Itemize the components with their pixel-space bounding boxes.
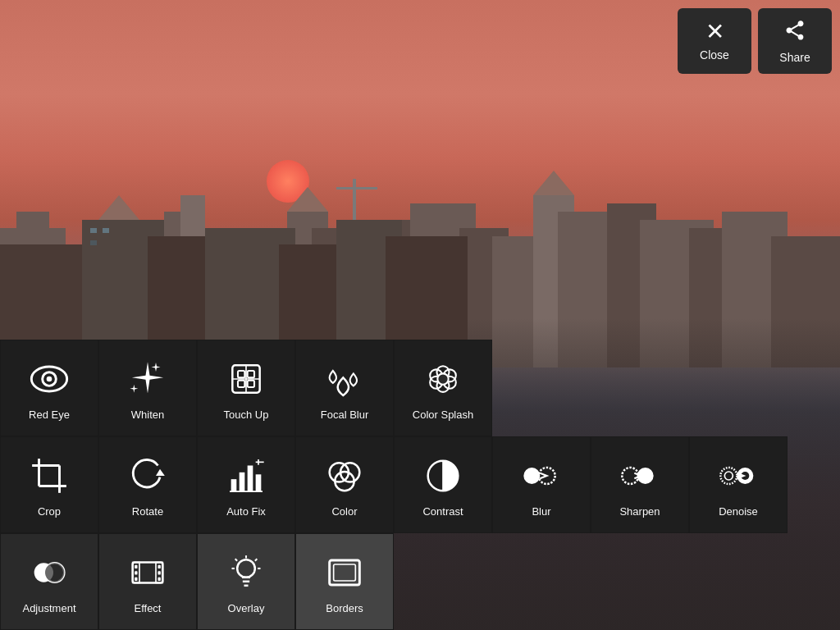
autofix-icon xyxy=(223,453,269,499)
share-icon xyxy=(783,19,806,46)
tool-sharpen[interactable]: Sharpen xyxy=(591,436,689,533)
svg-line-96 xyxy=(235,559,238,561)
tool-blur[interactable]: Blur xyxy=(492,436,591,533)
toolbar-row-3: Adjustment xyxy=(0,533,840,630)
crop-icon xyxy=(26,453,72,499)
close-button[interactable]: ✕ Close xyxy=(678,8,751,74)
tool-denoise[interactable]: Denoise xyxy=(689,436,788,533)
row1-spacer xyxy=(492,340,840,436)
buildings-detail-svg xyxy=(0,121,840,368)
svg-rect-100 xyxy=(334,564,356,581)
tool-red-eye-label: Red Eye xyxy=(29,409,70,421)
toolbar-row-2: Crop Rotate xyxy=(0,436,840,533)
svg-rect-34 xyxy=(90,228,97,233)
denoise-icon xyxy=(715,453,761,499)
eye-icon xyxy=(26,356,72,402)
tool-blur-label: Blur xyxy=(532,505,550,518)
svg-rect-35 xyxy=(103,228,109,233)
svg-rect-89 xyxy=(158,577,161,580)
svg-point-74 xyxy=(720,468,737,484)
tool-color[interactable]: Color xyxy=(295,436,394,533)
top-bar: ✕ Close Share xyxy=(678,8,832,74)
tool-overlay[interactable]: Overlay xyxy=(197,533,295,630)
tool-overlay-label: Overlay xyxy=(228,602,265,614)
svg-rect-85 xyxy=(135,571,137,574)
svg-point-71 xyxy=(622,468,638,484)
svg-rect-42 xyxy=(248,371,254,377)
svg-rect-88 xyxy=(158,571,161,574)
tool-color-splash-label: Color Splash xyxy=(413,409,473,421)
sparkles-icon xyxy=(125,356,171,402)
share-button[interactable]: Share xyxy=(758,8,832,74)
svg-rect-43 xyxy=(238,380,244,386)
blur-icon xyxy=(518,453,564,499)
flower-icon xyxy=(420,356,466,402)
tool-effect[interactable]: Effect xyxy=(98,533,197,630)
tool-crop[interactable]: Crop xyxy=(0,436,98,533)
svg-rect-36 xyxy=(90,240,97,245)
svg-line-95 xyxy=(255,559,258,561)
color-icon xyxy=(322,453,368,499)
tool-rotate-label: Rotate xyxy=(132,505,163,518)
tool-whiten-label: Whiten xyxy=(131,409,164,421)
borders-icon xyxy=(322,550,368,596)
contrast-icon xyxy=(420,453,466,499)
tool-color-splash[interactable]: Color Splash xyxy=(394,340,492,436)
svg-rect-84 xyxy=(135,564,137,568)
tool-focal-blur-label: Focal Blur xyxy=(321,409,369,421)
overlay-icon xyxy=(223,550,269,596)
svg-rect-44 xyxy=(248,380,254,386)
tool-focal-blur[interactable]: Focal Blur xyxy=(295,340,394,436)
toolbar-row-1: Red Eye Whiten xyxy=(0,340,840,436)
svg-rect-86 xyxy=(135,577,137,580)
svg-rect-87 xyxy=(158,564,161,568)
sharpen-icon xyxy=(617,453,663,499)
svg-rect-41 xyxy=(238,371,244,377)
tool-contrast[interactable]: Contrast xyxy=(394,436,492,533)
touchup-icon xyxy=(223,356,269,402)
tool-borders[interactable]: Borders xyxy=(295,533,394,630)
tool-whiten[interactable]: Whiten xyxy=(98,340,197,436)
adjustment-icon xyxy=(26,550,72,596)
app: ✕ Close Share xyxy=(0,0,840,630)
svg-point-53 xyxy=(437,373,448,384)
tool-rotate[interactable]: Rotate xyxy=(98,436,197,533)
toolbar: Red Eye Whiten xyxy=(0,340,840,630)
svg-rect-61 xyxy=(248,465,253,491)
svg-point-69 xyxy=(523,468,540,484)
tool-denoise-label: Denoise xyxy=(719,505,758,518)
tool-auto-fix[interactable]: Auto Fix xyxy=(197,436,295,533)
svg-rect-59 xyxy=(231,479,237,491)
svg-rect-60 xyxy=(240,472,245,491)
tool-effect-label: Effect xyxy=(134,602,161,614)
effect-icon xyxy=(125,550,171,596)
share-label: Share xyxy=(779,51,810,64)
svg-point-80 xyxy=(45,563,64,582)
tool-adjustment-label: Adjustment xyxy=(22,602,75,614)
close-icon: ✕ xyxy=(705,21,724,43)
tool-sharpen-label: Sharpen xyxy=(619,505,660,518)
tool-borders-label: Borders xyxy=(326,602,363,614)
tool-crop-label: Crop xyxy=(38,505,61,518)
tool-touch-up-label: Touch Up xyxy=(224,409,269,421)
svg-point-39 xyxy=(47,376,52,381)
drops-icon xyxy=(322,356,368,402)
svg-point-90 xyxy=(237,559,255,578)
tool-touch-up[interactable]: Touch Up xyxy=(197,340,295,436)
rotate-icon xyxy=(125,453,171,499)
tool-auto-fix-label: Auto Fix xyxy=(226,505,266,518)
svg-marker-58 xyxy=(156,468,165,475)
close-label: Close xyxy=(700,48,729,62)
svg-point-75 xyxy=(724,472,733,480)
tool-contrast-label: Contrast xyxy=(422,505,463,518)
tool-adjustment[interactable]: Adjustment xyxy=(0,533,98,630)
tool-red-eye[interactable]: Red Eye xyxy=(0,340,98,436)
tool-color-label: Color xyxy=(331,505,357,518)
svg-rect-62 xyxy=(256,474,262,491)
